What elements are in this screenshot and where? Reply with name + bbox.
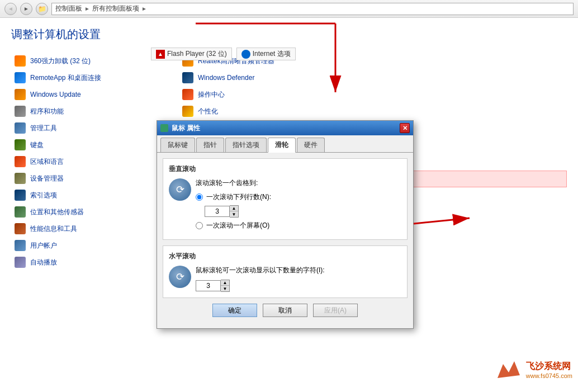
address-bar[interactable]: 控制面板 ► 所有控制面板项 ► bbox=[51, 3, 574, 15]
tab-mouse-keys[interactable]: 鼠标键 bbox=[160, 138, 195, 152]
vertical-scroll-options: 滚动滚轮一个齿格到: 一次滚动下列行数(N): ▲ ▼ bbox=[196, 178, 401, 234]
icon-perf bbox=[15, 223, 26, 234]
tab-pointer-options[interactable]: 指针选项 bbox=[225, 138, 267, 152]
icon-programs bbox=[15, 106, 26, 117]
item-update[interactable]: Windows Update bbox=[11, 87, 168, 102]
lines-down-btn[interactable]: ▼ bbox=[230, 211, 238, 217]
vertical-scroll-title: 垂直滚动 bbox=[169, 164, 401, 174]
item-index[interactable]: 索引选项 bbox=[11, 187, 168, 203]
scroll-gear-label: 滚动滚轮一个齿格到: bbox=[196, 178, 401, 188]
item-admin[interactable]: 管理工具 bbox=[11, 120, 168, 136]
chars-up-btn[interactable]: ▲ bbox=[221, 280, 229, 286]
tab-wheel[interactable]: 滑轮 bbox=[268, 138, 296, 153]
lines-spinbox: ▲ ▼ bbox=[205, 205, 401, 218]
folder-icon: 📁 bbox=[36, 3, 48, 15]
item-360[interactable]: 360强力卸载 (32 位) bbox=[11, 53, 168, 69]
item-remote[interactable]: RemoteApp 和桌面连接 bbox=[11, 70, 168, 86]
item-action[interactable]: 操作中心 bbox=[179, 87, 567, 102]
icon-personal bbox=[182, 106, 193, 117]
internet-options-item[interactable]: Internet 选项 bbox=[236, 48, 296, 60]
item-device[interactable]: 设备管理器 bbox=[11, 171, 168, 186]
forward-button[interactable]: ► bbox=[20, 3, 32, 15]
main-content: 调整计算机的设置 ▲ Flash Player (32 位) Internet … bbox=[0, 18, 578, 392]
dialog-body: 垂直滚动 ⟳ 滚动滚轮一个齿格到: 一次滚动下列行数(N): bbox=[157, 153, 413, 328]
horizontal-scroll-options: 鼠标滚轮可一次滚动显示以下数量的字符(I): ▲ ▼ bbox=[196, 266, 401, 292]
radio-screen-input[interactable] bbox=[196, 222, 203, 229]
icon-index bbox=[15, 190, 26, 201]
radio-screen-label: 一次滚动一个屏幕(O) bbox=[206, 221, 269, 230]
horizontal-scroll-section: 水平滚动 ⟳ 鼠标滚轮可一次滚动显示以下数量的字符(I): ▲ ▼ bbox=[163, 245, 408, 298]
watermark: 飞沙系统网 www.fs0745.com bbox=[495, 358, 572, 381]
icon-location bbox=[15, 206, 26, 218]
chars-input[interactable] bbox=[196, 280, 221, 291]
dialog-close-button[interactable]: ✕ bbox=[400, 123, 410, 133]
vertical-scroll-section: 垂直滚动 ⟳ 滚动滚轮一个齿格到: 一次滚动下列行数(N): bbox=[163, 158, 408, 240]
breadcrumb-item1[interactable]: 控制面板 bbox=[55, 4, 82, 13]
chars-spinbox-btns: ▲ ▼ bbox=[221, 280, 230, 292]
chars-spinbox: ▲ ▼ bbox=[196, 280, 401, 292]
back-button[interactable]: ◄ bbox=[4, 3, 17, 15]
watermark-brand: 飞沙系统网 bbox=[526, 361, 572, 372]
radio-lines-label: 一次滚动下列行数(N): bbox=[206, 192, 271, 202]
tab-hardware[interactable]: 硬件 bbox=[297, 138, 325, 152]
radio-screen: 一次滚动一个屏幕(O) bbox=[196, 221, 401, 230]
item-keyboard[interactable]: 键盘 bbox=[11, 137, 168, 153]
breadcrumb-sep2: ► bbox=[141, 6, 147, 12]
icon-region bbox=[15, 156, 26, 167]
item-personal[interactable]: 个性化 bbox=[179, 103, 567, 119]
icon-device bbox=[15, 173, 26, 184]
item-programs[interactable]: 程序和功能 bbox=[11, 103, 168, 119]
title-bar: ◄ ► 📁 控制面板 ► 所有控制面板项 ► bbox=[0, 0, 578, 18]
apply-button[interactable]: 应用(A) bbox=[313, 304, 358, 317]
icon-defender bbox=[182, 72, 193, 83]
chars-label: 鼠标滚轮可一次滚动显示以下数量的字符(I): bbox=[196, 266, 401, 275]
item-region[interactable]: 区域和语言 bbox=[11, 154, 168, 169]
lines-input[interactable] bbox=[205, 206, 230, 217]
item-user[interactable]: 用户帐户 bbox=[11, 238, 168, 253]
ok-button[interactable]: 确定 bbox=[212, 304, 257, 317]
breadcrumb-sep1: ► bbox=[84, 6, 90, 12]
watermark-bird-icon bbox=[495, 358, 523, 381]
dialog-icon bbox=[160, 124, 168, 132]
vertical-scroll-content: ⟳ 滚动滚轮一个齿格到: 一次滚动下列行数(N): ▲ bbox=[169, 178, 401, 234]
radio-lines: 一次滚动下列行数(N): bbox=[196, 192, 401, 202]
page-header: 调整计算机的设置 bbox=[0, 18, 578, 48]
flash-label: Flash Player (32 位) bbox=[167, 49, 227, 59]
cancel-button[interactable]: 取消 bbox=[263, 304, 307, 317]
dialog-buttons: 确定 取消 应用(A) bbox=[163, 298, 408, 323]
icon-action bbox=[182, 89, 193, 100]
item-perf[interactable]: 性能信息和工具 bbox=[11, 221, 168, 237]
lines-spinbox-btns: ▲ ▼ bbox=[230, 205, 239, 218]
horizontal-scroll-content: ⟳ 鼠标滚轮可一次滚动显示以下数量的字符(I): ▲ ▼ bbox=[169, 266, 401, 292]
flash-icon: ▲ bbox=[156, 50, 165, 59]
icon-update bbox=[15, 89, 26, 100]
scroll-wheel-icon-horizontal: ⟳ bbox=[169, 266, 191, 288]
ie-icon bbox=[241, 50, 250, 59]
ie-label: Internet 选项 bbox=[253, 49, 291, 59]
icon-autoplay bbox=[15, 257, 26, 268]
item-autoplay[interactable]: 自动播放 bbox=[11, 254, 168, 270]
flash-player-item[interactable]: ▲ Flash Player (32 位) bbox=[151, 48, 232, 60]
icon-360 bbox=[15, 55, 26, 67]
dialog-title: 鼠标 属性 bbox=[172, 124, 200, 133]
tab-pointer[interactable]: 指针 bbox=[196, 138, 224, 152]
icon-user bbox=[15, 240, 26, 251]
page-title: 调整计算机的设置 bbox=[11, 27, 567, 42]
icon-remote bbox=[15, 72, 26, 83]
watermark-url: www.fs0745.com bbox=[526, 372, 572, 379]
dialog-tab-bar: 鼠标键 指针 指针选项 滑轮 硬件 bbox=[157, 135, 413, 153]
mouse-properties-dialog: 鼠标 属性 ✕ 鼠标键 指针 指针选项 滑轮 硬件 垂直滚动 ⟳ bbox=[157, 120, 414, 329]
scroll-wheel-icon-vertical: ⟳ bbox=[169, 178, 191, 201]
item-defender[interactable]: Windows Defender bbox=[179, 70, 567, 86]
icon-keyboard bbox=[15, 139, 26, 150]
item-location[interactable]: 位置和其他传感器 bbox=[11, 204, 168, 220]
left-column: 360强力卸载 (32 位) RemoteApp 和桌面连接 Windows U… bbox=[11, 53, 168, 270]
lines-up-btn[interactable]: ▲ bbox=[230, 206, 238, 211]
dialog-title-bar: 鼠标 属性 ✕ bbox=[157, 121, 413, 135]
icon-admin bbox=[15, 122, 26, 134]
radio-lines-input[interactable] bbox=[196, 193, 203, 201]
chars-down-btn[interactable]: ▼ bbox=[221, 286, 229, 291]
svg-marker-4 bbox=[498, 361, 520, 378]
horizontal-scroll-title: 水平滚动 bbox=[169, 252, 401, 261]
breadcrumb-item2[interactable]: 所有控制面板项 bbox=[92, 4, 139, 13]
